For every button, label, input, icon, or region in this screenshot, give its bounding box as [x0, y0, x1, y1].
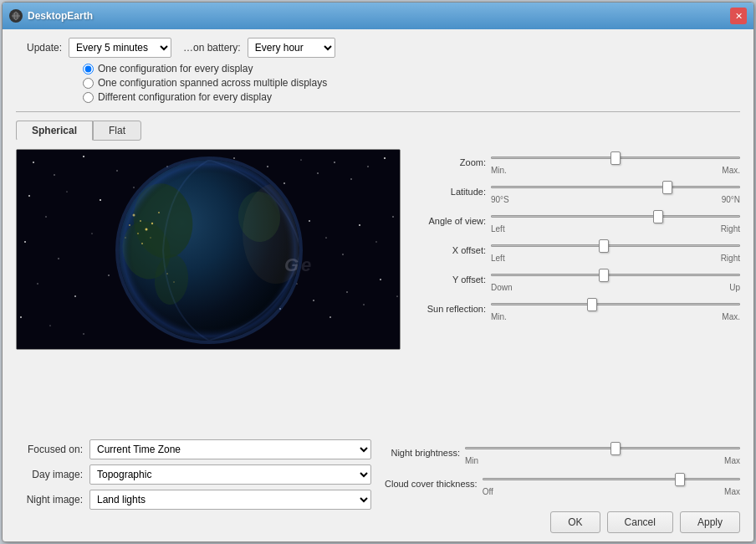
- latitude-minmax: 90°S 90°N: [491, 195, 740, 204]
- update-interval-select[interactable]: Every 5 minutes Every 10 minutes Every 3…: [69, 38, 171, 58]
- night-brightness-label: Night brightness:: [385, 448, 460, 458]
- svg-point-62: [313, 300, 314, 301]
- svg-point-19: [108, 275, 109, 275]
- latitude-slider-container: 90°S 90°N: [491, 178, 740, 204]
- bottom-left-options: Focused on: Current Time Zone UTC Custom…: [16, 439, 371, 533]
- cloud-cover-minmax: Off Max: [483, 487, 740, 496]
- svg-point-17: [37, 283, 38, 285]
- close-button[interactable]: ✕: [730, 8, 747, 24]
- stars-background: G e: [17, 150, 400, 349]
- cloud-cover-min: Off: [483, 487, 493, 496]
- svg-point-63: [329, 316, 331, 318]
- day-image-select[interactable]: Topographic Blue Marble Custom: [89, 464, 371, 485]
- zoom-label: Zoom:: [411, 157, 486, 167]
- tab-flat[interactable]: Flat: [93, 121, 141, 141]
- night-brightness-min: Min: [465, 456, 478, 465]
- sun-reflection-row: Sun reflection: Min. Max.: [411, 295, 740, 321]
- night-brightness-minmax: Min Max: [465, 456, 740, 465]
- radio-label-1: One configuration for every display: [98, 63, 253, 74]
- svg-point-33: [300, 159, 301, 160]
- svg-point-21: [20, 316, 22, 318]
- svg-point-50: [359, 224, 360, 226]
- x-offset-slider[interactable]: [491, 239, 740, 252]
- bottom-options-section: Focused on: Current Time Zone UTC Custom…: [16, 433, 740, 533]
- svg-point-12: [133, 187, 134, 187]
- zoom-row: Zoom: Min. Max.: [411, 149, 740, 175]
- angle-min: Left: [491, 224, 505, 234]
- svg-point-4: [33, 162, 34, 163]
- latitude-min: 90°S: [491, 195, 509, 204]
- titlebar-left: DesktopEarth: [9, 9, 93, 23]
- radio-row-1: One configuration for every display: [83, 63, 740, 74]
- cancel-button[interactable]: Cancel: [607, 511, 673, 533]
- latitude-slider[interactable]: [491, 180, 740, 193]
- svg-point-23: [83, 333, 84, 335]
- svg-point-64: [346, 291, 347, 292]
- night-image-row: Night image: Land lights None Custom: [16, 490, 371, 510]
- y-offset-slider[interactable]: [491, 268, 740, 281]
- x-offset-slider-container: Left Right: [491, 237, 740, 263]
- svg-point-65: [363, 304, 365, 305]
- sun-reflection-max: Max.: [722, 312, 740, 321]
- svg-point-10: [66, 191, 67, 192]
- earth-preview: G e: [17, 150, 400, 349]
- svg-point-7: [116, 170, 117, 171]
- angle-max: Right: [721, 224, 740, 234]
- angle-of-view-label: Angle of view:: [411, 216, 486, 226]
- night-brightness-row: Night brightness: Min Max: [385, 439, 740, 465]
- angle-of-view-row: Angle of view: Left Right: [411, 208, 740, 234]
- svg-point-49: [342, 254, 344, 255]
- night-brightness-slider[interactable]: [465, 441, 740, 454]
- svg-point-67: [396, 295, 397, 296]
- earth-preview-area: G e: [16, 149, 401, 350]
- svg-point-8: [28, 195, 30, 197]
- night-image-label: Night image:: [16, 494, 83, 506]
- x-offset-max: Right: [721, 254, 740, 263]
- battery-interval-select[interactable]: Every hour Every 2 hours Every 6 hours N…: [248, 38, 335, 58]
- svg-text:e: e: [301, 254, 311, 275]
- tab-spherical[interactable]: Spherical: [16, 121, 93, 141]
- svg-point-6: [83, 156, 84, 157]
- zoom-max: Max.: [722, 166, 740, 175]
- radio-label-2: One configuration spanned across multipl…: [98, 77, 327, 89]
- svg-point-9: [45, 216, 47, 218]
- middle-section: G e Zoom: Min. Max.: [16, 149, 740, 426]
- y-offset-slider-container: Down Up: [491, 266, 740, 292]
- latitude-max: 90°N: [722, 195, 740, 204]
- bottom-right-options: Night brightness: Min Max Cloud cover th…: [385, 439, 740, 533]
- sun-reflection-label: Sun reflection:: [411, 304, 486, 314]
- cloud-cover-slider[interactable]: [483, 472, 740, 485]
- sun-reflection-slider[interactable]: [491, 297, 740, 310]
- latitude-label: Latitude:: [411, 187, 486, 197]
- svg-point-15: [91, 233, 92, 234]
- window-title: DesktopEarth: [28, 10, 93, 22]
- latitude-row: Latitude: 90°S 90°N: [411, 178, 740, 204]
- svg-point-38: [384, 157, 386, 159]
- focused-on-select[interactable]: Current Time Zone UTC Custom: [89, 439, 371, 459]
- y-offset-label: Y offset:: [411, 275, 486, 285]
- radio-spanned[interactable]: [83, 78, 94, 89]
- titlebar: DesktopEarth ✕: [3, 3, 753, 29]
- cloud-cover-slider-container: Off Max: [483, 470, 740, 496]
- radio-different-config[interactable]: [83, 92, 94, 103]
- zoom-slider[interactable]: [491, 151, 740, 164]
- app-icon: [9, 9, 23, 23]
- svg-point-5: [54, 174, 55, 176]
- svg-point-14: [58, 258, 59, 259]
- radio-row-2: One configuration spanned across multipl…: [83, 77, 740, 89]
- ok-button[interactable]: OK: [550, 511, 600, 533]
- apply-button[interactable]: Apply: [680, 511, 740, 533]
- svg-point-22: [49, 325, 50, 326]
- night-image-select[interactable]: Land lights None Custom: [89, 490, 371, 510]
- radio-label-3: Different configuration for every displa…: [98, 91, 272, 103]
- svg-point-11: [100, 199, 101, 201]
- svg-point-36: [350, 178, 351, 179]
- svg-point-32: [284, 182, 285, 184]
- svg-point-13: [24, 241, 26, 243]
- battery-label: …on battery:: [183, 42, 241, 54]
- x-offset-label: X offset:: [411, 245, 486, 255]
- svg-point-37: [367, 166, 369, 167]
- angle-of-view-slider[interactable]: [491, 209, 740, 223]
- svg-point-51: [375, 241, 376, 242]
- radio-one-config[interactable]: [83, 64, 94, 74]
